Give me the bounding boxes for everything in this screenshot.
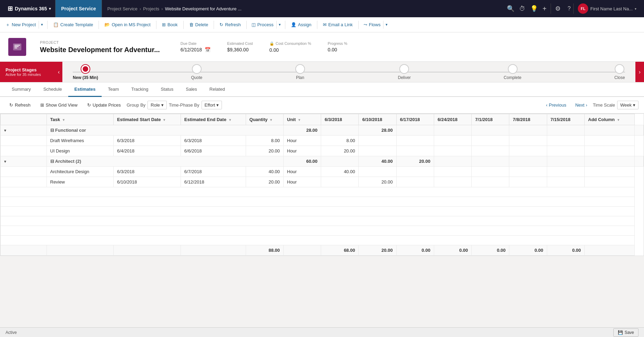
tab-tracking[interactable]: Tracking [125,82,154,97]
divider-7 [285,21,285,29]
flows-dropdown[interactable]: ▾ [383,21,390,29]
table-row: Architecture Design 6/3/2018 6/7/2018 40… [1,167,644,177]
stage-prev-button[interactable]: ‹ [55,62,62,82]
time-phase-select-wrap[interactable]: Effort ▾ [202,101,222,109]
col-header-d0715: 7/15/2018 [547,114,584,125]
table-row: UI Design 6/4/2018 6/6/2018 20.00 Hour 2… [1,146,644,156]
col-header-d0610: 6/10/2018 [359,114,396,125]
tab-sales[interactable]: Sales [180,82,203,97]
group-d0708 [547,156,584,167]
assign-button[interactable]: 👤 Assign [287,20,315,29]
project-title: Website Development for Adventur... [40,46,160,54]
row-qty: 40.00 [246,167,283,177]
recent-icon[interactable]: ⏱ [519,5,525,12]
breadcrumb-item-2[interactable]: Projects [143,6,159,11]
lock-icon: 🔒 [269,41,274,46]
show-grid-view-button[interactable]: ⊞ Show Grid View [37,100,81,110]
group-expand[interactable]: ▾ [1,156,47,167]
stage-deliver[interactable]: Deliver [398,64,411,80]
project-icon [8,38,26,56]
top-navigation: ⊞ Dynamics 365 ▾ Project Service Project… [0,0,644,17]
tab-team[interactable]: Team [102,82,125,97]
total-end [181,245,246,256]
col-header-d0617: 6/17/2018 [396,114,434,125]
stage-new[interactable]: New (35 Min) [73,64,98,80]
group-d0715 [584,156,635,167]
search-icon[interactable]: 🔍 [507,5,514,12]
tab-status[interactable]: Status [154,82,180,97]
group-by-select-wrap[interactable]: Role ▾ [147,101,167,109]
help-icon[interactable]: ? [565,6,573,12]
new-project-dropdown[interactable]: ▾ [39,21,45,29]
delete-button[interactable]: 🗑 Delete [186,20,212,29]
book-button[interactable]: ⊞ Book [159,20,181,29]
create-template-icon: 📋 [53,22,59,27]
tab-schedule[interactable]: Schedule [37,82,68,97]
timescale-select-wrap[interactable]: Week ▾ [617,101,638,109]
stage-plan[interactable]: Plan [295,64,305,80]
col-header-addcol[interactable]: Add Column ▾ [584,114,635,125]
refresh-button[interactable]: ↻ Refresh [216,20,244,29]
group-qty: 60.00 [284,156,321,167]
col-header-task[interactable]: Task ▾ [47,114,113,125]
process-dropdown[interactable]: ▾ [276,21,283,29]
tab-estimates[interactable]: Estimates [68,82,102,97]
stage-complete[interactable]: Complete [504,64,521,80]
total-start [113,245,181,256]
total-d0715: 0.00 [547,245,584,256]
row-d0624 [434,177,471,187]
group-expand[interactable]: ▾ [1,125,47,136]
stage-quote[interactable]: Quote [191,64,202,80]
col-header-unit[interactable]: Unit ▾ [284,114,321,125]
settings-icon[interactable]: ⚙ [551,5,565,12]
calendar-icon[interactable]: 📅 [205,47,211,52]
divider-6 [246,21,247,29]
dynamics-brand[interactable]: ⊞ Dynamics 365 ▾ [3,0,55,17]
add-icon[interactable]: + [543,5,547,13]
row-d0701 [472,177,509,187]
row-d0603: 20.00 [321,146,359,156]
next-button[interactable]: Next › [572,101,591,109]
task-sort-icon: ▾ [63,118,64,122]
row-d0715 [547,177,584,187]
open-ms-project-button[interactable]: 📂 Open in MS Project [101,20,154,29]
process-button[interactable]: ◫ Process [249,20,276,29]
email-link-button[interactable]: ✉ Email a Link [319,20,356,29]
group-unit [321,125,359,136]
breadcrumb-item-1[interactable]: Project Service [108,6,137,11]
group-d0708 [547,125,584,136]
row-end: 6/6/2018 [181,146,246,156]
col-header-qty[interactable]: Quantity ▾ [246,114,283,125]
update-prices-button[interactable]: ↻ Update Prices [83,100,125,110]
user-label: First Name Last Na... [590,6,633,11]
stage-circle-plan [295,64,305,74]
empty-row [1,226,644,236]
notification-icon[interactable]: 💡 [530,5,538,12]
project-fields: Due Date 6/12/2018 📅 Estimated Cost $9,3… [181,41,347,53]
stage-name-quote: Quote [191,75,202,80]
new-project-button[interactable]: ＋ New Project [3,20,39,30]
svg-rect-3 [14,48,17,48]
est-refresh-button[interactable]: ↻ Refresh [6,100,34,110]
group-d0715 [584,125,635,136]
row-d0624 [434,146,471,156]
divider-2 [99,21,99,29]
col-header-start[interactable]: Estimated Start Date ▾ [113,114,181,125]
previous-button[interactable]: ‹ Previous [542,101,570,109]
divider-3 [156,21,156,29]
col-header-end[interactable]: Estimated End Date ▾ [181,114,246,125]
row-d0708 [509,136,547,146]
stage-close[interactable]: Close [614,64,625,80]
stage-name-plan: Plan [296,75,304,80]
svg-rect-2 [14,46,19,47]
divider-5 [214,21,214,29]
user-menu[interactable]: FL First Name Last Na... ▾ [573,3,641,14]
stage-next-button[interactable]: › [635,62,644,82]
row-d0708 [509,167,547,177]
action-bar: ＋ New Project ▾ 📋 Create Template 📂 Open… [0,17,644,32]
tab-summary[interactable]: Summary [6,82,37,97]
tab-related[interactable]: Related [203,82,231,97]
create-template-button[interactable]: 📋 Create Template [50,20,96,29]
flows-button[interactable]: ⤳ Flows [361,20,384,29]
divider-1 [47,21,48,29]
